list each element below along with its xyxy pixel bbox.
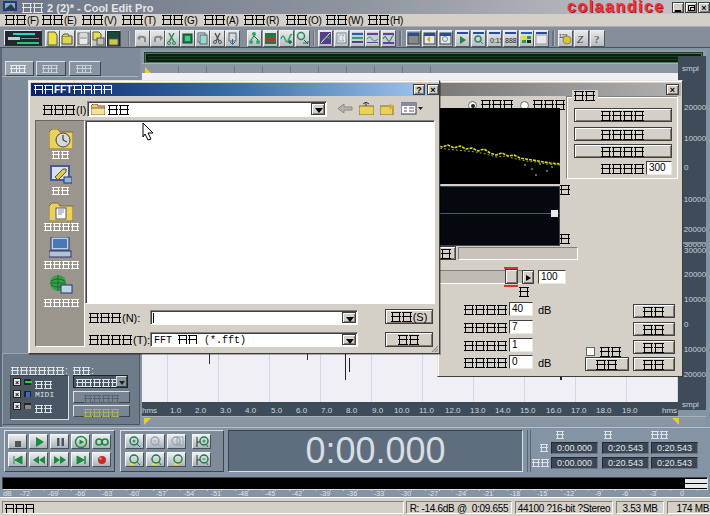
svg-text:Z: Z [577,33,584,45]
svg-text:888: 888 [505,37,517,44]
svg-text:?: ? [594,33,600,45]
svg-text:0:15: 0:15 [490,37,501,44]
